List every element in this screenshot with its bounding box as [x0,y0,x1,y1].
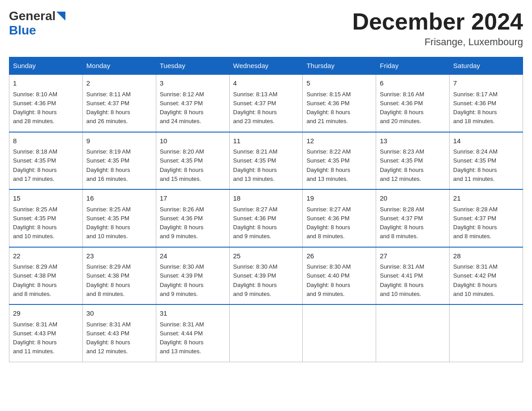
day-number: 23 [86,251,152,261]
table-row: 3 Sunrise: 8:12 AM Sunset: 4:37 PM Dayli… [156,74,229,132]
day-info: Sunrise: 8:25 AM Sunset: 4:35 PM Dayligh… [86,206,131,240]
calendar-week-row: 1 Sunrise: 8:10 AM Sunset: 4:36 PM Dayli… [9,74,523,132]
table-row: 7 Sunrise: 8:17 AM Sunset: 4:36 PM Dayli… [450,74,523,132]
day-number: 18 [233,193,299,204]
table-row: 9 Sunrise: 8:19 AM Sunset: 4:35 PM Dayli… [82,132,156,190]
day-info: Sunrise: 8:22 AM Sunset: 4:35 PM Dayligh… [306,148,351,182]
calendar-week-row: 22 Sunrise: 8:29 AM Sunset: 4:38 PM Dayl… [9,247,523,305]
location-title: Frisange, Luxembourg [352,36,523,48]
day-info: Sunrise: 8:15 AM Sunset: 4:36 PM Dayligh… [306,91,351,125]
day-number: 27 [380,251,446,261]
page-header: General Blue December 2024 Frisange, Lux… [9,9,523,48]
table-row: 24 Sunrise: 8:30 AM Sunset: 4:39 PM Dayl… [156,247,229,305]
table-row: 6 Sunrise: 8:16 AM Sunset: 4:36 PM Dayli… [376,74,450,132]
calendar-week-row: 15 Sunrise: 8:25 AM Sunset: 4:35 PM Dayl… [9,189,523,247]
table-row: 15 Sunrise: 8:25 AM Sunset: 4:35 PM Dayl… [9,189,83,247]
day-number: 9 [86,136,152,146]
logo: General Blue [9,9,65,38]
day-info: Sunrise: 8:17 AM Sunset: 4:36 PM Dayligh… [453,91,498,125]
svg-marker-0 [56,12,65,21]
day-info: Sunrise: 8:31 AM Sunset: 4:42 PM Dayligh… [453,263,498,297]
logo-icon [56,12,65,21]
day-number: 26 [306,251,372,261]
day-info: Sunrise: 8:29 AM Sunset: 4:38 PM Dayligh… [86,263,131,297]
table-row: 22 Sunrise: 8:29 AM Sunset: 4:38 PM Dayl… [9,247,83,305]
table-row: 17 Sunrise: 8:26 AM Sunset: 4:36 PM Dayl… [156,189,229,247]
table-row [229,304,303,362]
day-info: Sunrise: 8:31 AM Sunset: 4:41 PM Dayligh… [380,263,424,297]
table-row: 27 Sunrise: 8:31 AM Sunset: 4:41 PM Dayl… [376,247,450,305]
day-info: Sunrise: 8:10 AM Sunset: 4:36 PM Dayligh… [13,91,57,125]
header-friday: Friday [376,57,450,75]
table-row: 2 Sunrise: 8:11 AM Sunset: 4:37 PM Dayli… [82,74,156,132]
table-row: 4 Sunrise: 8:13 AM Sunset: 4:37 PM Dayli… [229,74,303,132]
day-info: Sunrise: 8:21 AM Sunset: 4:35 PM Dayligh… [233,148,278,182]
day-info: Sunrise: 8:31 AM Sunset: 4:44 PM Dayligh… [160,321,204,355]
day-number: 4 [233,78,299,89]
day-info: Sunrise: 8:12 AM Sunset: 4:37 PM Dayligh… [160,91,204,125]
table-row: 1 Sunrise: 8:10 AM Sunset: 4:36 PM Dayli… [9,74,83,132]
day-number: 19 [306,193,372,204]
day-info: Sunrise: 8:24 AM Sunset: 4:35 PM Dayligh… [453,148,498,182]
calendar-table: Sunday Monday Tuesday Wednesday Thursday… [9,57,523,362]
day-info: Sunrise: 8:27 AM Sunset: 4:36 PM Dayligh… [233,206,278,240]
table-row: 29 Sunrise: 8:31 AM Sunset: 4:43 PM Dayl… [9,304,83,362]
day-info: Sunrise: 8:29 AM Sunset: 4:38 PM Dayligh… [13,263,57,297]
table-row: 26 Sunrise: 8:30 AM Sunset: 4:40 PM Dayl… [303,247,376,305]
day-number: 12 [306,136,372,146]
day-number: 24 [160,251,226,261]
calendar-week-row: 29 Sunrise: 8:31 AM Sunset: 4:43 PM Dayl… [9,304,523,362]
table-row: 31 Sunrise: 8:31 AM Sunset: 4:44 PM Dayl… [156,304,229,362]
header-monday: Monday [82,57,156,75]
day-number: 6 [380,78,446,89]
day-info: Sunrise: 8:31 AM Sunset: 4:43 PM Dayligh… [13,321,57,355]
day-number: 20 [380,193,446,204]
header-tuesday: Tuesday [156,57,229,75]
day-info: Sunrise: 8:23 AM Sunset: 4:35 PM Dayligh… [380,148,424,182]
table-row: 21 Sunrise: 8:28 AM Sunset: 4:37 PM Dayl… [450,189,523,247]
month-title: December 2024 [352,9,523,34]
table-row: 25 Sunrise: 8:30 AM Sunset: 4:39 PM Dayl… [229,247,303,305]
day-info: Sunrise: 8:25 AM Sunset: 4:35 PM Dayligh… [13,206,57,240]
day-info: Sunrise: 8:16 AM Sunset: 4:36 PM Dayligh… [380,91,424,125]
day-number: 31 [160,308,226,319]
day-number: 25 [233,251,299,261]
day-number: 16 [86,193,152,204]
table-row: 5 Sunrise: 8:15 AM Sunset: 4:36 PM Dayli… [303,74,376,132]
table-row: 14 Sunrise: 8:24 AM Sunset: 4:35 PM Dayl… [450,132,523,190]
table-row [303,304,376,362]
day-number: 21 [453,193,519,204]
calendar-week-row: 8 Sunrise: 8:18 AM Sunset: 4:35 PM Dayli… [9,132,523,190]
day-number: 15 [13,193,79,204]
logo-blue-text: Blue [9,23,36,37]
day-info: Sunrise: 8:20 AM Sunset: 4:35 PM Dayligh… [160,148,204,182]
day-info: Sunrise: 8:31 AM Sunset: 4:43 PM Dayligh… [86,321,131,355]
table-row: 13 Sunrise: 8:23 AM Sunset: 4:35 PM Dayl… [376,132,450,190]
day-info: Sunrise: 8:11 AM Sunset: 4:37 PM Dayligh… [86,91,131,125]
day-number: 11 [233,136,299,146]
day-number: 5 [306,78,372,89]
day-number: 10 [160,136,226,146]
day-info: Sunrise: 8:28 AM Sunset: 4:37 PM Dayligh… [380,206,424,240]
title-block: December 2024 Frisange, Luxembourg [352,9,523,48]
header-thursday: Thursday [303,57,376,75]
day-number: 17 [160,193,226,204]
day-number: 22 [13,251,79,261]
table-row: 18 Sunrise: 8:27 AM Sunset: 4:36 PM Dayl… [229,189,303,247]
table-row: 11 Sunrise: 8:21 AM Sunset: 4:35 PM Dayl… [229,132,303,190]
table-row: 16 Sunrise: 8:25 AM Sunset: 4:35 PM Dayl… [82,189,156,247]
header-saturday: Saturday [450,57,523,75]
table-row [376,304,450,362]
day-info: Sunrise: 8:30 AM Sunset: 4:40 PM Dayligh… [306,263,351,297]
logo-general-text: General [9,9,56,23]
day-info: Sunrise: 8:26 AM Sunset: 4:36 PM Dayligh… [160,206,204,240]
table-row: 23 Sunrise: 8:29 AM Sunset: 4:38 PM Dayl… [82,247,156,305]
header-sunday: Sunday [9,57,83,75]
day-info: Sunrise: 8:18 AM Sunset: 4:35 PM Dayligh… [13,148,57,182]
header-wednesday: Wednesday [229,57,303,75]
table-row [450,304,523,362]
day-number: 30 [86,308,152,319]
day-info: Sunrise: 8:27 AM Sunset: 4:36 PM Dayligh… [306,206,351,240]
table-row: 20 Sunrise: 8:28 AM Sunset: 4:37 PM Dayl… [376,189,450,247]
table-row: 12 Sunrise: 8:22 AM Sunset: 4:35 PM Dayl… [303,132,376,190]
